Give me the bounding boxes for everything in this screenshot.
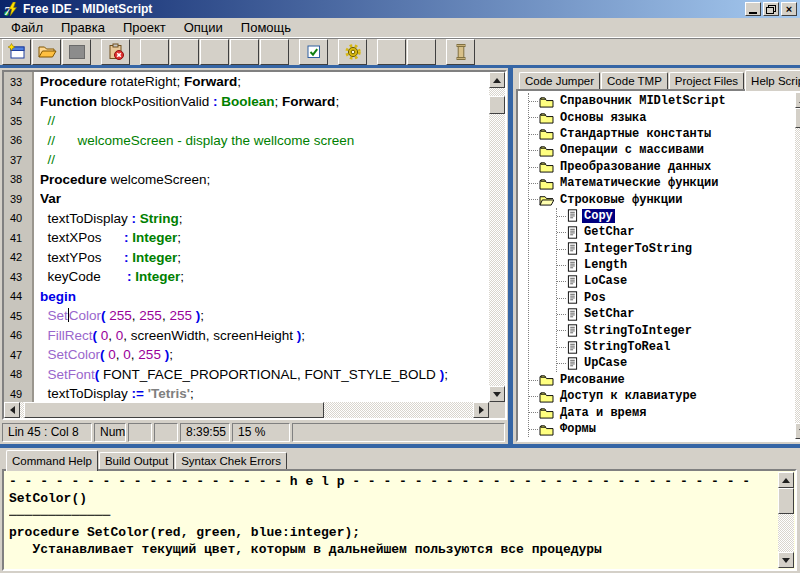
tree-item[interactable]: UpCase — [567, 355, 794, 371]
editor-code[interactable]: Procedure rotateRight; Forward;Function … — [40, 72, 489, 402]
help-vscrollbar[interactable] — [778, 472, 794, 568]
new-file-button[interactable] — [2, 39, 31, 65]
open-file-button[interactable] — [32, 39, 61, 65]
code-line[interactable]: Var — [40, 189, 489, 209]
tab-project-files[interactable]: Project Files — [669, 72, 744, 89]
tree-item[interactable]: Операции с массивами — [539, 142, 794, 158]
folder-icon — [539, 95, 554, 108]
menu-item-edit[interactable]: Правка — [52, 18, 114, 37]
editor-hscrollbar[interactable] — [4, 402, 489, 418]
code-token: 255 — [109, 308, 132, 323]
tree-item[interactable]: Дата и время — [539, 404, 794, 420]
code-token: SetFont — [40, 367, 95, 382]
code-line[interactable]: SetColor( 0, 0, 255 ); — [40, 345, 489, 365]
scroll-thumb[interactable] — [778, 488, 794, 514]
tree-item[interactable]: Pos — [567, 290, 794, 306]
code-line[interactable]: SetFont( FONT_FACE_PROPORTIONAL, FONT_ST… — [40, 365, 489, 385]
empty-button-6[interactable] — [377, 39, 406, 65]
tree-item[interactable]: StringToInteger — [567, 322, 794, 338]
code-line[interactable]: textYPos : Integer; — [40, 248, 489, 268]
code-line[interactable]: textToDisplay := 'Tetris'; — [40, 384, 489, 402]
empty-button-1[interactable] — [140, 39, 169, 65]
tab-command-help[interactable]: Command Help — [6, 450, 98, 471]
tree-item[interactable]: Преобразование данных — [539, 159, 794, 175]
close-button[interactable]: × — [781, 2, 797, 16]
scroll-thumb[interactable] — [24, 402, 324, 418]
tree-item[interactable]: Copy — [567, 208, 794, 224]
restore-button[interactable] — [763, 2, 779, 16]
tab-help-script[interactable]: Help Script — [745, 70, 800, 91]
tree-item[interactable]: Основы языка — [539, 109, 794, 125]
tab-build-output[interactable]: Build Output — [99, 452, 174, 469]
empty-button-2[interactable] — [170, 39, 199, 65]
tree-item[interactable]: StringToReal — [567, 339, 794, 355]
tree-item[interactable]: Доступ к клавиатуре — [539, 388, 794, 404]
code-token: keyCode — [40, 269, 127, 284]
title-bar[interactable]: 7 Free IDE - MIDletScript × — [0, 0, 800, 18]
code-token: ; — [177, 250, 181, 265]
tree-item[interactable]: SetChar — [567, 306, 794, 322]
code-line[interactable]: begin — [40, 287, 489, 307]
tree-item[interactable]: Строковые функции — [539, 191, 794, 207]
tree-item[interactable]: GetChar — [567, 224, 794, 240]
scroll-thumb[interactable] — [489, 96, 505, 114]
scroll-track[interactable] — [20, 402, 473, 418]
code-line[interactable]: Procedure welcomeScreen; — [40, 170, 489, 190]
scroll-up-button[interactable] — [489, 72, 505, 88]
code-line[interactable]: // — [40, 111, 489, 131]
tree-item[interactable]: Стандартные константы — [539, 126, 794, 142]
minimize-button[interactable] — [745, 2, 761, 16]
menu-item-file[interactable]: Файл — [2, 18, 52, 37]
code-editor[interactable]: 333435363738394041424344454647484950 Pro… — [2, 70, 507, 420]
empty-button-7[interactable] — [407, 39, 436, 65]
right-tab-bar: Code JumperCode TMPProject FilesHelp Scr… — [516, 68, 800, 89]
paste-error-button[interactable] — [101, 39, 130, 65]
tab-code-jumper[interactable]: Code Jumper — [519, 72, 600, 89]
scroll-track[interactable] — [778, 488, 794, 552]
code-line[interactable]: Function blockPositionValid : Boolean; F… — [40, 92, 489, 112]
empty-button-4[interactable] — [230, 39, 259, 65]
code-line[interactable]: textToDisplay : String; — [40, 209, 489, 229]
scroll-track[interactable] — [795, 108, 800, 423]
scroll-down-button[interactable] — [489, 386, 505, 402]
tree-item[interactable]: IntegerToString — [567, 241, 794, 257]
menu-item-help[interactable]: Помощь — [232, 18, 300, 37]
tree-vscrollbar[interactable] — [795, 92, 800, 439]
tree-item[interactable]: LoCase — [567, 273, 794, 289]
code-line[interactable]: FillRect( 0, 0, screenWidth, screenHeigh… — [40, 326, 489, 346]
empty-button-5[interactable] — [260, 39, 289, 65]
syntax-check-button[interactable] — [299, 39, 328, 65]
tree-item[interactable]: Рисование — [539, 372, 794, 388]
scroll-up-button[interactable] — [778, 472, 794, 488]
empty-button-3[interactable] — [200, 39, 229, 65]
tab-code-tmp[interactable]: Code TMP — [601, 72, 668, 89]
code-line[interactable]: textXPos : Integer; — [40, 228, 489, 248]
code-line[interactable]: // welcomeScreen - display the wellcome … — [40, 131, 489, 151]
scroll-down-button[interactable] — [778, 552, 794, 568]
scroll-right-button[interactable] — [473, 402, 489, 418]
scroll-left-button[interactable] — [4, 402, 20, 418]
tree-item-label: UpCase — [582, 356, 629, 370]
build-settings-button[interactable] — [338, 39, 367, 65]
code-line[interactable]: Procedure rotateRight; Forward; — [40, 72, 489, 92]
tree-item[interactable]: Справочник MIDletScript — [539, 93, 794, 109]
tree-item[interactable]: Length — [567, 257, 794, 273]
tree-item[interactable]: Математические функции — [539, 175, 794, 191]
menu-item-options[interactable]: Опции — [175, 18, 232, 37]
editor-vscrollbar[interactable] — [489, 72, 505, 402]
menu-item-project[interactable]: Проект — [114, 18, 175, 37]
tab-syntax-chek-errors[interactable]: Syntax Chek Errors — [175, 452, 287, 469]
scroll-down-button[interactable] — [795, 423, 800, 439]
column-mode-button[interactable] — [446, 39, 475, 65]
scroll-thumb[interactable] — [795, 108, 800, 128]
scroll-up-button[interactable] — [795, 92, 800, 108]
tree-item-label: Рисование — [558, 373, 627, 387]
line-number: 43 — [4, 267, 32, 287]
command-help-pane: - - - - - - - - - - - - - - - - - - h e … — [2, 469, 797, 571]
code-line[interactable]: // — [40, 150, 489, 170]
save-disabled-button[interactable] — [62, 39, 91, 65]
code-line[interactable]: keyCode : Integer; — [40, 267, 489, 287]
code-line[interactable]: SetColor( 255, 255, 255 ); — [40, 306, 489, 326]
tree-item[interactable]: Формы — [539, 421, 794, 437]
scroll-track[interactable] — [489, 88, 505, 386]
